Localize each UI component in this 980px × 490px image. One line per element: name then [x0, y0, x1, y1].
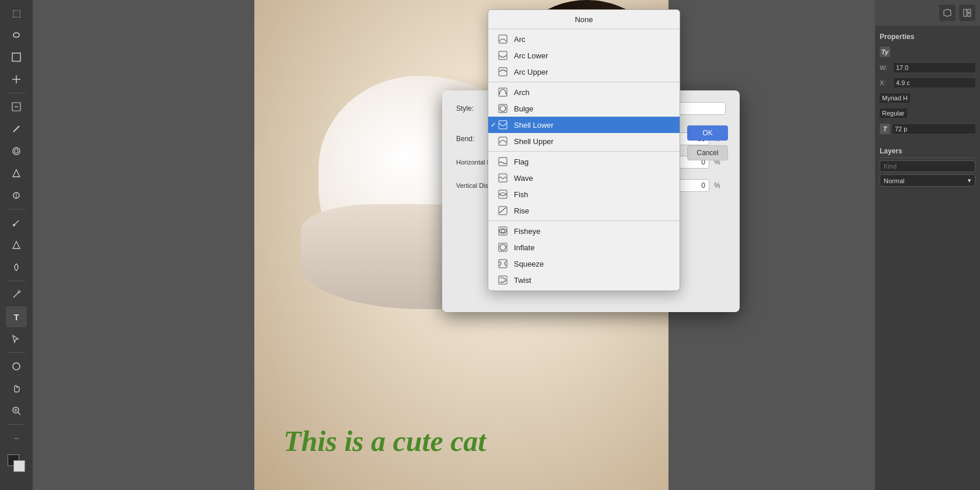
svg-rect-0 [12, 53, 20, 61]
twist-icon [498, 275, 508, 285]
arc-icon [498, 34, 508, 44]
path-selection-tool[interactable] [6, 328, 27, 349]
cancel-button[interactable]: Cancel [687, 145, 728, 160]
dropdown-item-fisheye[interactable]: Fisheye [488, 223, 680, 239]
eyedropper-tool[interactable] [6, 96, 27, 117]
dropdown-item-bulge[interactable]: Bulge [488, 100, 680, 117]
3d-view-btn[interactable] [939, 5, 956, 21]
toolbar-divider-5 [8, 424, 25, 425]
dropdown-item-squeeze[interactable]: Squeeze [488, 256, 680, 272]
arch-icon [498, 87, 508, 97]
dropdown-item-rise[interactable]: Rise [488, 202, 680, 219]
wave-icon [498, 173, 508, 183]
move-tool[interactable] [6, 69, 27, 90]
marquee-tool[interactable]: ⬚ [6, 2, 27, 23]
color-picker[interactable] [8, 454, 25, 472]
panel-view-btn[interactable] [959, 5, 975, 21]
blur-tool[interactable] [6, 235, 27, 256]
lasso-tool[interactable] [6, 24, 27, 46]
squeeze-icon [498, 258, 508, 269]
bulge-label: Bulge [514, 104, 533, 113]
x-value[interactable]: 4.9 c [894, 78, 975, 88]
font-row: Myriad H [880, 93, 975, 103]
rise-label: Rise [514, 206, 529, 215]
zoom-tool[interactable] [6, 400, 27, 421]
separator-4 [488, 220, 680, 221]
dropdown-item-arc-lower[interactable]: Arc Lower [488, 47, 680, 64]
dropdown-item-shell-lower[interactable]: ✓ Shell Lower [488, 117, 680, 133]
arc-lower-label: Arc Lower [514, 51, 548, 60]
normal-dropdown[interactable]: Normal ▾ [880, 174, 975, 187]
width-value[interactable]: 17.0 [894, 63, 975, 72]
dropdown-item-arc-upper[interactable]: Arc Upper [488, 64, 680, 80]
separator-3 [488, 151, 680, 152]
toolbar-divider-4 [8, 352, 25, 353]
eraser-tool[interactable] [6, 185, 27, 206]
healing-tool[interactable] [6, 141, 27, 162]
dropdown-item-none[interactable]: None [488, 12, 680, 27]
clone-tool[interactable] [6, 163, 27, 184]
dropdown-item-arc[interactable]: Arc [488, 31, 680, 47]
dropdown-item-wave[interactable]: Wave [488, 170, 680, 186]
squeeze-label: Squeeze [514, 260, 544, 268]
shell-upper-label: Shell Upper [514, 137, 554, 146]
toolbar-divider-3 [8, 281, 25, 281]
font-name[interactable]: Myriad H [880, 93, 910, 103]
crop-tool[interactable] [6, 47, 27, 68]
canvas-text: This is a cute cat [284, 424, 486, 458]
separator-1 [488, 29, 680, 29]
toolbar-divider-2 [8, 209, 25, 209]
svg-rect-26 [499, 137, 507, 145]
dropdown-item-twist[interactable]: Twist [488, 272, 680, 288]
font-size[interactable]: 72 p [892, 124, 975, 134]
svg-rect-38 [964, 9, 967, 16]
none-label: None [575, 15, 593, 24]
brush-tool[interactable] [6, 118, 27, 139]
ok-button[interactable]: OK [687, 125, 728, 141]
fisheye-icon [498, 226, 508, 236]
svg-point-24 [500, 106, 506, 111]
hand-tool[interactable] [6, 378, 27, 399]
font-size-row: T 72 p [880, 124, 975, 134]
font-style[interactable]: Regular [880, 108, 907, 118]
vert-value[interactable]: 0 [677, 179, 709, 192]
svg-rect-27 [499, 158, 507, 166]
svg-point-7 [15, 149, 18, 153]
arc-label: Arc [514, 35, 526, 44]
svg-rect-39 [968, 9, 971, 12]
separator-2 [488, 82, 680, 82]
canvas-dark-left [33, 0, 254, 490]
right-panel-top [875, 0, 980, 26]
x-label: X: [880, 79, 891, 86]
layer-search-input[interactable] [880, 160, 975, 172]
more-tools-btn[interactable]: ··· [6, 428, 27, 449]
svg-point-10 [13, 224, 15, 226]
type-tool[interactable]: T [6, 306, 27, 327]
dropdown-item-shell-upper[interactable]: Shell Upper [488, 133, 680, 149]
dropdown-chevron-icon: ▾ [968, 177, 971, 184]
width-label: W: [880, 64, 891, 71]
dodge-tool[interactable] [6, 257, 27, 278]
flag-label: Flag [514, 158, 528, 166]
type-icon: Ty [880, 47, 890, 57]
right-panel: Properties Ty W: 17.0 X: 4.9 c Myriad H … [875, 0, 980, 490]
background-color[interactable] [13, 460, 25, 472]
dropdown-item-inflate[interactable]: Inflate [488, 239, 680, 256]
twist-label: Twist [514, 276, 531, 285]
shell-upper-icon [498, 136, 508, 146]
fish-label: Fish [514, 190, 528, 199]
svg-rect-28 [499, 174, 507, 182]
dropdown-item-fish[interactable]: Fish [488, 186, 680, 202]
warp-style-dropdown: None Arc Arc Lower Arc Upper [488, 9, 680, 291]
svg-rect-20 [499, 51, 507, 60]
layers-header: Layers [880, 145, 975, 158]
svg-point-6 [13, 148, 20, 155]
flag-icon [498, 156, 508, 167]
svg-rect-36 [499, 260, 507, 268]
dropdown-item-flag[interactable]: Flag [488, 153, 680, 170]
gradient-tool[interactable] [6, 212, 27, 233]
dialog-buttons: OK Cancel [687, 125, 728, 160]
dropdown-item-arch[interactable]: Arch [488, 84, 680, 100]
shape-tool[interactable] [6, 356, 27, 377]
pen-tool[interactable] [6, 284, 27, 305]
